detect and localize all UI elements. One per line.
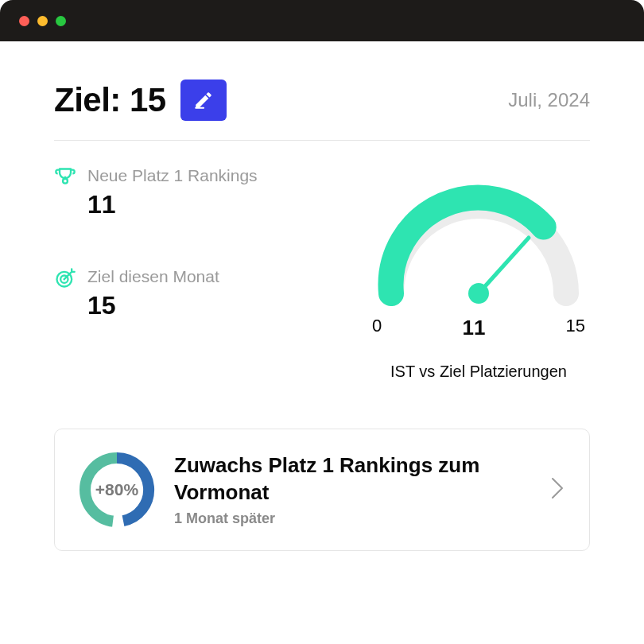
stat-text: Neue Platz 1 Rankings 11 — [87, 166, 258, 219]
stat-label: Ziel diesen Monat — [87, 267, 219, 286]
stats-row: Neue Platz 1 Rankings 11 Zi — [54, 166, 590, 381]
svg-point-5 — [468, 283, 489, 304]
maximize-icon[interactable] — [56, 16, 66, 26]
chevron-right-icon — [549, 475, 565, 504]
gauge-min: 0 — [372, 316, 382, 340]
trophy-icon — [54, 166, 76, 188]
stat-value: 11 — [87, 190, 258, 219]
target-icon — [54, 267, 76, 289]
donut-percent: +80% — [95, 480, 138, 499]
stat-value: 15 — [87, 291, 219, 320]
widget-content: Ziel: 15 Juli, 2024 — [0, 41, 644, 583]
close-icon[interactable] — [19, 16, 29, 26]
stat-month-goal: Ziel diesen Monat 15 — [54, 267, 258, 320]
stat-label: Neue Platz 1 Rankings — [87, 166, 258, 185]
donut-chart: +80% — [79, 452, 155, 528]
growth-card[interactable]: +80% Zuwachs Platz 1 Rankings zum Vormon… — [54, 429, 590, 551]
gauge-area: 0 11 15 IST vs Ziel Platzierungen — [367, 166, 590, 381]
header-row: Ziel: 15 Juli, 2024 — [54, 80, 590, 141]
gauge-current: 11 — [462, 316, 485, 340]
gauge-max: 15 — [566, 316, 585, 340]
growth-text: Zuwachs Platz 1 Rankings zum Vormonat 1 … — [174, 452, 530, 528]
minimize-icon[interactable] — [37, 16, 48, 26]
widget-window: Ziel: 15 Juli, 2024 — [0, 0, 644, 583]
date-label: Juli, 2024 — [508, 89, 590, 111]
window-titlebar — [0, 0, 644, 41]
stats-left: Neue Platz 1 Rankings 11 Zi — [54, 166, 258, 381]
growth-title: Zuwachs Platz 1 Rankings zum Vormonat — [174, 452, 530, 506]
svg-line-4 — [479, 238, 529, 293]
goal-title: Ziel: 15 — [54, 81, 166, 119]
header-left: Ziel: 15 — [54, 80, 227, 121]
growth-subtitle: 1 Monat später — [174, 510, 530, 527]
stat-text: Ziel diesen Monat 15 — [87, 267, 219, 320]
gauge-labels: 0 11 15 — [367, 316, 590, 340]
gauge-chart — [367, 174, 590, 309]
stat-new-rankings: Neue Platz 1 Rankings 11 — [54, 166, 258, 219]
gauge-caption: IST vs Ziel Platzierungen — [390, 363, 567, 381]
svg-point-0 — [63, 179, 68, 184]
edit-icon — [193, 90, 214, 111]
edit-goal-button[interactable] — [180, 80, 227, 121]
